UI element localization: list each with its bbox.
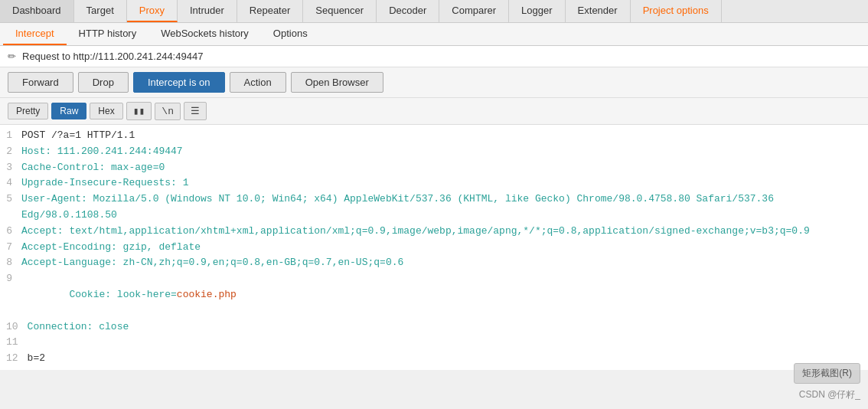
line-num-10: 10 [6,319,28,335]
nav-dashboard[interactable]: Dashboard [0,0,74,22]
line-num-11: 11 [6,335,28,351]
nav-target[interactable]: Target [74,0,127,22]
watermark-area: 矩形截图(R) CSDN @仔籽_ [794,363,860,370]
button-bar: Forward Drop Intercept is on Action Open… [0,67,868,98]
request-url: http://111.200.241.244:49447 [73,51,204,62]
line-num-1: 1 [6,128,21,144]
code-line-8: 8 Accept-Language: zh-CN,zh;q=0.9,en;q=0… [6,255,862,271]
code-line-2: 2 Host: 111.200.241.244:49447 [6,144,862,160]
code-line-5b: Edg/98.0.1108.50 [6,208,862,224]
content-area: 1 POST /?a=1 HTTP/1.1 2 Host: 111.200.24… [0,125,868,370]
drop-button[interactable]: Drop [78,72,129,93]
line-content-10: Connection: close [28,319,862,335]
open-browser-button[interactable]: Open Browser [291,72,383,93]
line-num-4: 4 [6,175,21,191]
screenshot-button[interactable]: 矩形截图(R) [794,363,860,370]
nav-decoder[interactable]: Decoder [377,0,439,22]
code-line-4: 4 Upgrade-Insecure-Requests: 1 [6,175,862,191]
code-line-1: 1 POST /?a=1 HTTP/1.1 [6,128,862,144]
code-line-12: 12 b=2 [6,351,862,367]
line-content-9: Cookie: look-here=cookie.php [21,271,862,319]
forward-button[interactable]: Forward [8,72,73,93]
format-bar: Pretty Raw Hex ▮▮ \n ☰ [0,98,868,125]
nav-intruder[interactable]: Intruder [178,0,237,22]
nav-proxy[interactable]: Proxy [127,0,178,22]
nav-project-options[interactable]: Project options [631,0,722,22]
format-icon-menu[interactable]: ☰ [184,102,207,120]
line-content-12: b=2 [28,351,862,367]
nav-logger[interactable]: Logger [509,0,565,22]
top-nav: Dashboard Target Proxy Intruder Repeater… [0,0,868,23]
line-num-6: 6 [6,224,21,240]
line-content-11 [28,335,862,351]
code-line-10: 10 Connection: close [6,319,862,335]
intercept-button[interactable]: Intercept is on [133,72,225,93]
subnav-http-history[interactable]: HTTP history [67,23,149,45]
line-content-2: Host: 111.200.241.244:49447 [21,144,862,160]
line-content-5: User-Agent: Mozilla/5.0 (Windows NT 10.0… [21,191,862,208]
code-line-6: 6 Accept: text/html,application/xhtml+xm… [6,224,862,240]
format-icon-table[interactable]: ▮▮ [126,102,152,120]
code-line-7: 7 Accept-Encoding: gzip, deflate [6,240,862,256]
line-num-2: 2 [6,144,21,160]
code-line-9: 9 Cookie: look-here=cookie.php [6,271,862,319]
format-icon-newline[interactable]: \n [155,103,181,120]
nav-sequencer[interactable]: Sequencer [303,0,377,22]
line-content-1: POST /?a=1 HTTP/1.1 [21,128,862,144]
pencil-icon: ✏ [8,51,16,62]
line-num-9: 9 [6,271,21,319]
line-content-7: Accept-Encoding: gzip, deflate [21,240,862,256]
sub-nav: Intercept HTTP history WebSockets histor… [0,23,868,46]
subnav-intercept[interactable]: Intercept [3,23,67,45]
code-line-5: 5 User-Agent: Mozilla/5.0 (Windows NT 10… [6,191,862,208]
line-num-3: 3 [6,160,21,176]
line-num-5: 5 [6,191,21,208]
subnav-options[interactable]: Options [261,23,320,45]
action-button[interactable]: Action [230,72,286,93]
subnav-websockets-history[interactable]: WebSockets history [148,23,261,45]
nav-comparer[interactable]: Comparer [439,0,509,22]
line-num-12: 12 [6,351,28,367]
line-content-5b: Edg/98.0.1108.50 [21,208,862,224]
code-block: 1 POST /?a=1 HTTP/1.1 2 Host: 111.200.24… [6,128,862,367]
raw-button[interactable]: Raw [51,103,86,119]
line-content-8: Accept-Language: zh-CN,zh;q=0.9,en;q=0.8… [21,255,862,271]
line-num-8: 8 [6,255,21,271]
line-num-5b [6,208,21,224]
nav-repeater[interactable]: Repeater [237,0,303,22]
hex-button[interactable]: Hex [90,103,122,119]
nav-extender[interactable]: Extender [566,0,631,22]
request-bar: ✏ Request to http://111.200.241.244:4944… [0,46,868,67]
line-content-6: Accept: text/html,application/xhtml+xml,… [21,224,862,240]
line-content-3: Cache-Control: max-age=0 [21,160,862,176]
pretty-button[interactable]: Pretty [8,103,48,119]
line-content-4: Upgrade-Insecure-Requests: 1 [21,175,862,191]
code-line-3: 3 Cache-Control: max-age=0 [6,160,862,176]
request-prefix: Request to [22,51,70,62]
line-num-7: 7 [6,240,21,256]
cookie-value: cookie.php [177,289,237,300]
code-line-11: 11 [6,335,862,351]
cookie-label: Cookie: look-here= [69,289,176,300]
